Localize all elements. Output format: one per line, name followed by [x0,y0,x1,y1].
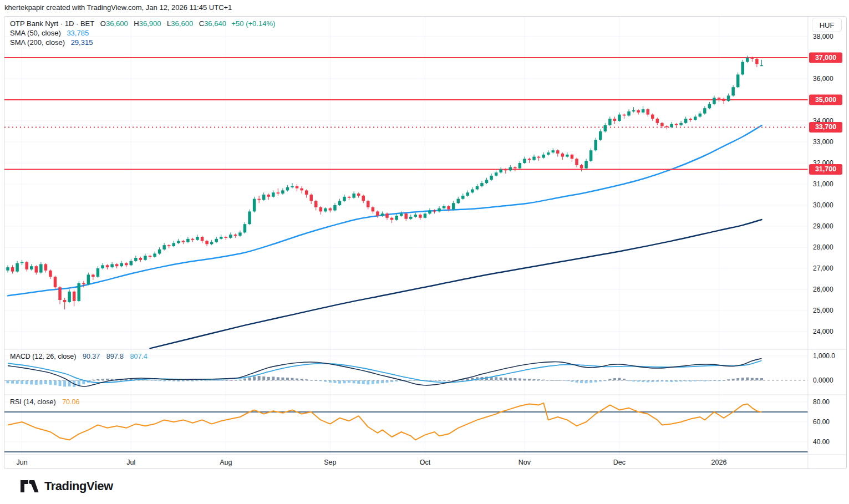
candle-body [627,111,631,116]
candle-body [134,258,138,261]
candle-body [21,262,24,263]
tradingview-logo-text: TradingView [44,479,113,493]
candle-body [718,98,721,99]
candle-body [248,211,251,224]
candle-body [552,150,555,152]
candle-body [68,292,71,302]
macd-histogram-bar [35,380,38,385]
sma50-legend-row[interactable]: SMA (50, close) 33,785 [10,28,275,38]
macd-histogram-bar [504,378,507,380]
macd-histogram-bar [509,378,512,380]
sma200-value: 29,315 [71,38,93,47]
macd-histogram-bar [7,380,9,383]
candle-body [480,183,484,186]
candle-body [44,264,48,270]
candle-body [575,159,578,165]
close-label: C [199,19,204,28]
candle-body [300,189,303,191]
candle-body [499,169,502,172]
rsi-tick-label: 40.00 [813,438,830,446]
macd-histogram-bar [248,378,251,380]
macd-histogram-bar [11,380,14,384]
candle-body [532,157,536,160]
price-level-badge-label: 35,000 [815,96,836,104]
candle-body [324,208,327,212]
macd-histogram-bar [518,378,521,380]
candle-body [731,87,735,95]
macd-tick-label: 1,000.0 [813,352,835,360]
candle-body [348,197,351,198]
candle-body [182,241,185,242]
macd-histogram-bar [49,380,52,385]
candle-body [101,265,104,268]
macd-histogram-bar [613,378,616,380]
macd-histogram-bar [333,380,336,383]
macd-histogram-bar [372,380,374,384]
candle-body [63,300,67,302]
candle-body [438,208,441,212]
candle-body [419,215,422,218]
symbol-legend-row[interactable]: OTP Bank Nyrt · 1D · BET O36,600 H36,900… [10,19,275,28]
macd-histogram-bar [281,378,284,380]
candle-body [381,213,384,216]
candle-body [286,187,289,191]
candle-body [201,237,204,241]
macd-signal-value: 807.4 [130,353,148,360]
chart-legend: OTP Bank Nyrt · 1D · BET O36,600 H36,900… [10,19,275,47]
candle-body [82,283,85,284]
candle-body [584,161,588,168]
candle-body [660,123,664,126]
macd-histogram-bar [741,378,744,380]
macd-tick-label: 0.0000 [813,376,833,384]
macd-line-value: 897.8 [106,353,124,360]
candle-body [305,190,308,195]
candle-body [352,194,355,198]
sma200-legend-row[interactable]: SMA (200, close) 29,315 [10,38,275,47]
candle-body [651,115,654,119]
high-value: 36,900 [139,19,161,28]
tradingview-logo[interactable]: TradingView [20,479,113,493]
candle-body [727,95,730,101]
candle-body [670,124,673,128]
candle-body [741,62,745,75]
candle-body [476,186,479,190]
candle-body [186,239,190,242]
candle-body [618,115,621,121]
candle-body [158,250,161,254]
chart-canvas[interactable]: 38,00037,00036,00035,00034,00033,00032,0… [0,0,849,504]
price-tick-label: 38,000 [813,33,833,40]
candle-body [115,264,119,266]
macd-histogram-bar [576,380,578,383]
candle-body [708,104,711,109]
time-axis-label: Jul [126,459,135,466]
macd-histogram-bar [277,377,279,380]
candle-body [760,65,764,67]
candle-body [319,207,323,212]
macd-histogram-bar [618,378,621,380]
candle-body [35,266,38,272]
candle-body [679,123,683,125]
candle-body [162,245,166,250]
candle-body [329,208,332,211]
candle-body [277,192,280,194]
price-tick-label: 33,000 [813,138,833,146]
candle-body [25,262,28,269]
macd-legend-row[interactable]: MACD (12, 26, close) 90.37 897.8 807.4 [10,353,148,360]
candle-body [400,213,403,216]
candle-body [220,237,223,239]
candle-body [390,218,394,220]
rsi-legend-row[interactable]: RSI (14, close) 70.06 [10,398,79,406]
macd-histogram-bar [760,378,763,380]
candle-body [433,211,436,212]
candle-body [452,203,455,209]
time-axis-label: Dec [613,459,626,466]
low-value: 36,600 [171,19,193,28]
macd-histogram-bar [353,380,355,383]
candle-body [699,114,702,117]
candle-body [309,195,313,201]
currency-toggle-button[interactable]: HUF [812,18,842,32]
candle-body [523,159,526,163]
macd-histogram-bar [286,378,289,380]
time-axis-label: Jun [17,459,28,466]
sma50-value: 33,785 [67,29,89,37]
